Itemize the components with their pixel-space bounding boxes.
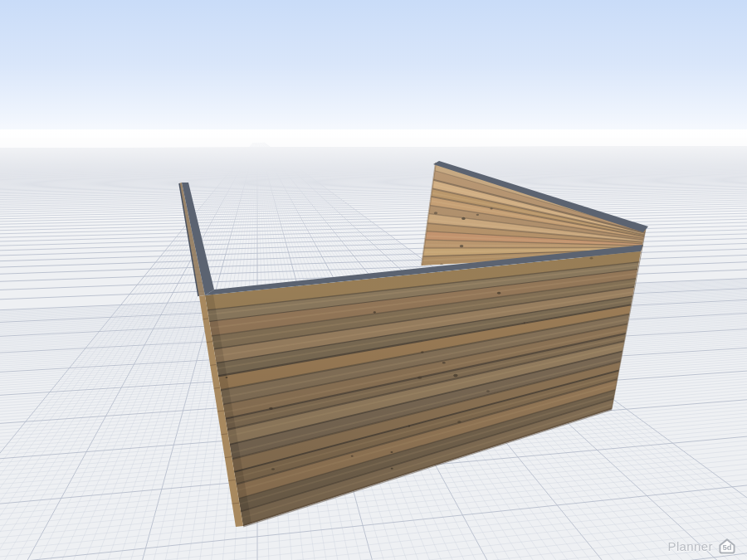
planner5d-watermark: Planner 5d (667, 538, 737, 555)
svg-text:5d: 5d (722, 543, 731, 552)
viewport-3d[interactable]: Planner 5d (0, 0, 747, 560)
planner5d-badge-icon: 5d (717, 538, 737, 555)
watermark-brand-text: Planner (667, 539, 713, 553)
scene-canvas (0, 0, 747, 560)
